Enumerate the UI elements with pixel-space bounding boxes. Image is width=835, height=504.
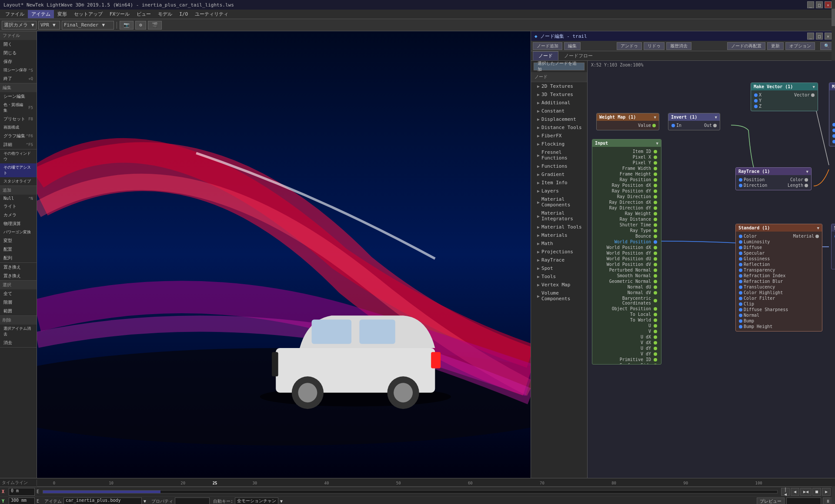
sidebar-detail[interactable]: 詳細^FS [0,140,37,149]
cat-math[interactable]: ▶Math [531,239,587,248]
input-expand[interactable]: ▼ [656,141,658,146]
sidebar-range[interactable]: 範囲 [0,307,37,315]
sidebar-deform[interactable]: 変型 [0,236,37,245]
cat-additional[interactable]: ▶Additional [531,99,587,107]
node-canvas[interactable]: X:52 Y:103 Zoom:100% [588,61,835,478]
menu-fx[interactable]: FXツール [106,10,133,18]
stop[interactable]: ■ [812,488,821,496]
sidebar-graph[interactable]: グラフ編集^F6 [0,132,37,140]
menu-transform[interactable]: 変形 [54,10,70,18]
node-make-vector[interactable]: Make Vector (1) ▼ X Vector [751,83,818,111]
y-value[interactable]: 300 mm [9,497,35,504]
cat-2d-textures[interactable]: ▶2D Textures [531,82,587,90]
add-selected-node-btn[interactable]: 選択したノードを追加 [534,63,584,70]
ne-add-node[interactable]: ノード追加 [533,42,562,50]
sidebar-studio-live[interactable]: スタジオライブ [0,177,37,186]
play-fwd[interactable]: ▶ [822,488,831,496]
cat-item-info[interactable]: ▶Item Info [531,179,587,187]
tab-node-flow[interactable]: ノードフロー [558,51,598,60]
play-start[interactable]: |◀ [781,488,790,496]
preview-field[interactable] [786,497,821,504]
cat-functions[interactable]: ▶Functions [531,162,587,170]
cat-volume-components[interactable]: ▶Volume Components [531,289,587,303]
sidebar-delete-selected[interactable]: 選択アイテム消去 [0,325,37,338]
ne-redo[interactable]: リドゥ [644,42,665,50]
camera-icon-btn[interactable]: 📷 [120,21,134,30]
sidebar-place[interactable]: 配置 [0,245,37,254]
node-weight-map[interactable]: Weight Map (1) ▼ Value [596,113,659,130]
menu-view[interactable]: ビュー [133,10,154,18]
sidebar-replace2[interactable]: 置き換え [0,272,37,280]
cat-fresnel[interactable]: ▶Fresnel Functions [531,148,587,162]
menu-item[interactable]: アイテム [28,10,54,18]
minimize-btn[interactable]: _ [807,1,814,8]
sidebar-select-all[interactable]: 全て [0,289,37,298]
sidebar-assist[interactable]: その場でアシスト [0,163,37,177]
viewport-3d[interactable] [37,31,531,478]
prev-frame[interactable]: ◀ [791,488,799,496]
sidebar-null[interactable]: Null^N [0,195,37,202]
invert-expand[interactable]: ▼ [715,115,717,119]
cat-constant[interactable]: ▶Constant [531,107,587,115]
sidebar-powergon[interactable]: パワーゴン変換 [0,228,37,236]
cat-layers[interactable]: ▶Layers [531,187,587,195]
tab-node[interactable]: ノード [533,51,558,60]
sidebar-other-windows[interactable]: その他ウィンドウ [0,149,37,163]
ne-maximize[interactable]: □ [816,33,823,40]
ne-close[interactable]: ✕ [825,33,832,40]
camera-dropdown[interactable]: 選択カメラ ▼ [2,21,37,30]
timeline-track-x[interactable] [43,490,778,494]
render-dropdown[interactable]: Final_Render ▼ [62,21,114,30]
cat-material-integrators[interactable]: ▶Material Integrators [531,209,587,223]
standard-expand[interactable]: ▼ [817,226,819,230]
ne-undo[interactable]: アンドゥ [617,42,642,50]
cat-material-components[interactable]: ▶Material Components [531,195,587,209]
sidebar-open[interactable]: 開く [0,40,37,49]
ne-rearrange[interactable]: ノードの再配置 [727,42,765,50]
menu-io[interactable]: I/O [176,10,191,18]
cat-projections[interactable]: ▶Projections [531,248,587,256]
raytrace-expand[interactable]: ▼ [806,169,808,174]
cat-material-tools[interactable]: ▶Material Tools [531,223,587,231]
sidebar-close[interactable]: 閉じる [0,49,37,57]
menu-file[interactable]: ファイル [2,10,28,18]
cat-fiberfx[interactable]: ▶FiberFX [531,132,587,140]
sidebar-array[interactable]: 配列 [0,254,37,262]
item-field[interactable]: car_inertia_plus.body [63,497,142,504]
menu-utility[interactable]: ユーティリティ [191,10,232,18]
sidebar-physics[interactable]: 物理演算 [0,219,37,228]
node-surface[interactable]: Surface ▼ Material Material [831,224,835,269]
node-invert[interactable]: Invert (1) ▼ In Out [668,113,720,130]
property-field[interactable] [175,497,210,504]
ruler-track[interactable]: 0 10 20 25 30 40 50 60 70 80 90 100 [37,478,835,487]
cat-vertex-map[interactable]: ▶Vertex Map [531,281,587,289]
cat-spot[interactable]: ▶Spot [531,264,587,272]
ne-update[interactable]: 更新 [767,42,784,50]
ne-title-controls[interactable]: _ □ ✕ [807,33,832,40]
settings-btn[interactable]: ⚙ [135,21,146,30]
x-value[interactable]: 0 m [9,488,35,496]
preview-label-btn[interactable]: プレビュー [757,497,785,504]
cat-distance-tools[interactable]: ▶Distance Tools [531,123,587,132]
maximize-btn[interactable]: □ [816,1,823,8]
cat-displacement[interactable]: ▶Displacement [531,115,587,123]
node-raytrace[interactable]: RayTrace (1) ▼ Position Color [735,167,812,190]
ne-clear-history[interactable]: 履歴消去 [666,42,691,50]
item-expand[interactable]: ▼ [144,499,146,504]
menu-model[interactable]: モデル [154,10,176,18]
play-back[interactable]: ▶◀ [800,488,812,496]
sidebar-save[interactable]: 保存 [0,57,37,66]
node-mixer[interactable]: Mixer (1) ▼ Bg Color Color [829,83,835,146]
node-input[interactable]: Input ▼ Item ID Pixel X Pixel Y Frame Wi… [592,139,661,365]
sidebar-preset[interactable]: プリセットF8 [0,115,37,123]
make-vector-expand[interactable]: ▼ [813,85,815,89]
ne-edit[interactable]: 編集 [564,42,581,50]
cat-raytrace[interactable]: ▶RayTrace [531,256,587,264]
ne-options[interactable]: オプション [785,42,815,50]
node-standard[interactable]: Standard (1) ▼ Color Material [735,224,822,332]
weight-map-expand[interactable]: ▼ [654,115,656,119]
cat-gradient[interactable]: ▶Gradient [531,170,587,179]
menu-setup[interactable]: セットアップ [70,10,106,18]
vpr-dropdown[interactable]: VPR ▼ [38,21,60,30]
sidebar-layout[interactable]: 画面構成 [0,123,37,132]
